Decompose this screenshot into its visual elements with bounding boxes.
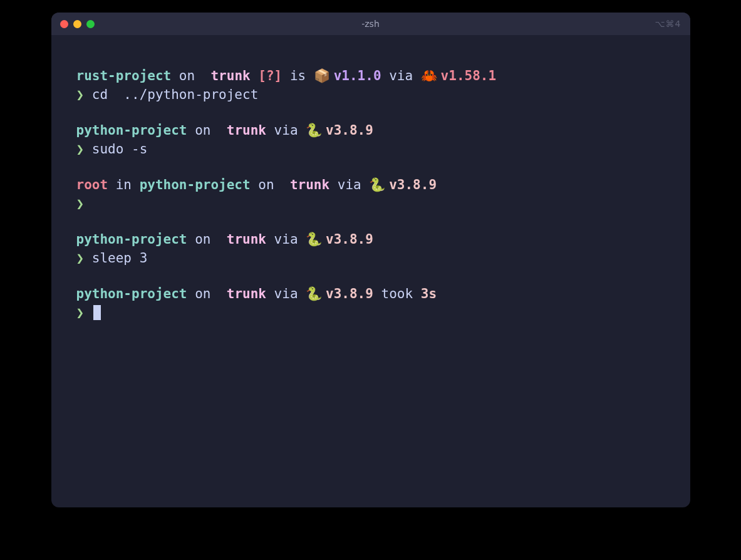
prompt-line: root in python-project on trunk via 🐍 v3… bbox=[76, 175, 665, 194]
maximize-button[interactable] bbox=[86, 20, 95, 28]
command-text: sleep 3 bbox=[84, 251, 147, 266]
prompt-segment: v1.58.1 bbox=[441, 68, 497, 83]
prompt-segment: via bbox=[266, 123, 306, 138]
prompt-segment: via bbox=[381, 68, 421, 83]
prompt-segment: rust-project bbox=[76, 68, 172, 83]
prompt-segment: 🐍 bbox=[306, 123, 326, 137]
prompt-segment: in bbox=[108, 177, 140, 192]
command-line[interactable]: ❯ sleep 3 bbox=[76, 249, 665, 267]
prompt-segment: 🐍 bbox=[306, 286, 326, 301]
command-text: cd ../python-project bbox=[84, 87, 258, 102]
prompt-segment: via bbox=[329, 177, 369, 192]
prompt-segment: 🐍 bbox=[369, 177, 389, 192]
prompt-segment: trunk bbox=[227, 123, 266, 138]
prompt-segment: on bbox=[171, 68, 203, 83]
window-title: -zsh bbox=[361, 19, 380, 29]
prompt-segment: v3.8.9 bbox=[326, 123, 373, 138]
prompt-block: python-project on trunk via 🐍 v3.8.9❯ su… bbox=[76, 121, 665, 159]
prompt-segment: on bbox=[187, 232, 219, 247]
prompt-block: python-project on trunk via 🐍 v3.8.9 too… bbox=[76, 284, 665, 323]
prompt-segment bbox=[219, 286, 227, 301]
prompt-segment: v1.1.0 bbox=[334, 68, 381, 83]
prompt-arrow-icon: ❯ bbox=[76, 305, 85, 320]
prompt-segment: python-project bbox=[140, 177, 251, 192]
prompt-segment: v3.8.9 bbox=[389, 177, 437, 192]
prompt-segment: python-project bbox=[76, 232, 187, 247]
prompt-segment: on bbox=[187, 123, 219, 138]
prompt-arrow-icon: ❯ bbox=[76, 196, 85, 211]
prompt-arrow-icon: ❯ bbox=[76, 251, 85, 266]
terminal-content[interactable]: rust-project on trunk [?] is 📦 v1.1.0 vi… bbox=[51, 35, 690, 507]
prompt-arrow-icon: ❯ bbox=[76, 87, 85, 102]
prompt-line: rust-project on trunk [?] is 📦 v1.1.0 vi… bbox=[76, 66, 665, 85]
prompt-segment: trunk bbox=[210, 68, 250, 83]
prompt-segment: is bbox=[282, 68, 314, 83]
prompt-segment: python-project bbox=[76, 286, 187, 301]
prompt-block: rust-project on trunk [?] is 📦 v1.1.0 vi… bbox=[76, 66, 665, 105]
command-line[interactable]: ❯ cd ../python-project bbox=[76, 85, 665, 104]
prompt-segment: root bbox=[76, 177, 108, 192]
prompt-segment: python-project bbox=[76, 123, 187, 138]
prompt-line: python-project on trunk via 🐍 v3.8.9 bbox=[76, 230, 665, 249]
prompt-segment bbox=[219, 123, 227, 138]
prompt-segment: v3.8.9 bbox=[326, 232, 373, 247]
prompt-segment: trunk bbox=[227, 232, 266, 247]
prompt-line: python-project on trunk via 🐍 v3.8.9 too… bbox=[76, 284, 665, 303]
prompt-segment: took bbox=[373, 286, 421, 301]
command-text: sudo -s bbox=[84, 142, 147, 157]
command-line[interactable]: ❯ bbox=[76, 194, 665, 213]
prompt-segment: 3s bbox=[421, 286, 437, 301]
prompt-segment bbox=[203, 68, 211, 83]
prompt-segment: v3.8.9 bbox=[326, 286, 373, 301]
command-text bbox=[84, 196, 92, 211]
command-line[interactable]: ❯ sudo -s bbox=[76, 140, 665, 158]
command-line[interactable]: ❯ bbox=[76, 303, 665, 322]
minimize-button[interactable] bbox=[73, 20, 81, 28]
prompt-segment: on bbox=[187, 286, 219, 301]
window-controls bbox=[60, 20, 95, 28]
prompt-line: python-project on trunk via 🐍 v3.8.9 bbox=[76, 121, 665, 140]
prompt-segment: 🦀 bbox=[421, 68, 441, 83]
prompt-segment: trunk bbox=[290, 177, 329, 192]
cursor bbox=[93, 305, 101, 320]
prompt-segment: via bbox=[266, 286, 306, 301]
close-button[interactable] bbox=[60, 20, 68, 28]
prompt-segment bbox=[219, 232, 227, 247]
window-titlebar: -zsh ⌥⌘4 bbox=[51, 13, 690, 35]
prompt-arrow-icon: ❯ bbox=[76, 142, 85, 157]
prompt-segment bbox=[251, 68, 259, 83]
terminal-window: -zsh ⌥⌘4 rust-project on trunk [?] is 📦 … bbox=[51, 13, 690, 507]
prompt-segment: via bbox=[266, 232, 306, 247]
prompt-segment: trunk bbox=[227, 286, 266, 301]
prompt-block: root in python-project on trunk via 🐍 v3… bbox=[76, 175, 665, 214]
prompt-segment: on bbox=[251, 177, 282, 192]
prompt-segment: [?] bbox=[258, 68, 282, 83]
prompt-segment: 📦 bbox=[314, 68, 334, 83]
prompt-segment: 🐍 bbox=[306, 232, 326, 246]
shortcut-hint: ⌥⌘4 bbox=[655, 19, 681, 29]
command-text bbox=[84, 305, 92, 320]
prompt-block: python-project on trunk via 🐍 v3.8.9❯ sl… bbox=[76, 230, 665, 268]
prompt-segment bbox=[282, 177, 290, 192]
